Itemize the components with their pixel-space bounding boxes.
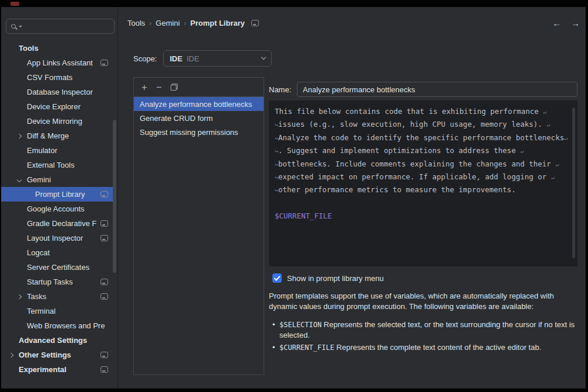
sidebar-item-logcat[interactable]: Logcat (1, 245, 113, 260)
variable-item: $CURRENT_FILE Represents the complete te… (271, 342, 580, 353)
sidebar-item-csv-formats[interactable]: CSV Formats (1, 70, 113, 85)
sidebar-item-label: Logcat (27, 248, 50, 257)
chevron-right-icon[interactable] (17, 294, 22, 299)
sidebar-item-device-explorer[interactable]: Device Explorer (1, 99, 113, 114)
sidebar-item-app-links-assistant[interactable]: App Links Assistant (1, 55, 113, 70)
scope-value: IDE (170, 54, 182, 63)
name-input[interactable] (297, 82, 577, 97)
editor-text: other performance metrics to measure the… (278, 185, 516, 194)
window-control[interactable] (11, 2, 19, 6)
sidebar-item-other-settings[interactable]: Other Settings (1, 348, 113, 362)
prompt-list: Analyze performance bottlenecksGenerate … (134, 97, 264, 139)
breadcrumb-tools[interactable]: Tools (127, 19, 145, 27)
sidebar-item-layout-inspector[interactable]: Layout Inspector (1, 231, 113, 245)
scope-hint: IDE (186, 54, 199, 63)
sidebar-item-tools[interactable]: Tools (1, 41, 113, 55)
show-in-menu-row: Show in prompt library menu (272, 273, 383, 283)
sidebar-item-label: Experimental (19, 365, 67, 374)
sidebar-item-database-inspector[interactable]: Database Inspector (1, 85, 113, 99)
soft-wrap-icon: ↵ (564, 135, 568, 141)
editor-line (275, 199, 572, 211)
sidebar-item-label: External Tools (27, 161, 74, 169)
variable-name: $SELECTION (279, 321, 321, 329)
forward-button[interactable]: → (571, 19, 580, 27)
settings-window: ToolsApp Links AssistantCSV FormatsDatab… (1, 7, 586, 388)
ide-config-icon (101, 352, 108, 358)
sidebar-item-label: Layout Inspector (27, 234, 83, 242)
chevron-right-icon[interactable] (17, 133, 22, 138)
sidebar-item-gradle-declarative-f[interactable]: Gradle Declarative F (1, 216, 113, 231)
prompt-text-editor[interactable]: This file below contains code that is ex… (269, 100, 577, 266)
sidebar-item-label: Startup Tasks (27, 277, 73, 286)
sidebar-item-google-accounts[interactable]: Google Accounts (1, 202, 113, 216)
scope-label: Scope: (133, 54, 157, 63)
soft-wrap-icon: ↵ (520, 148, 524, 154)
editor-line: $CURRENT_FILE (275, 211, 572, 224)
sidebar-item-diff-merge[interactable]: Diff & Merge (1, 129, 113, 143)
sidebar-item-label: Tasks (27, 292, 46, 301)
show-in-menu-label: Show in prompt library menu (287, 274, 383, 283)
soft-wrap-icon: ↵ (555, 161, 559, 168)
duplicate-button[interactable] (171, 84, 178, 91)
show-in-menu-checkbox[interactable] (272, 273, 282, 283)
sidebar-item-emulator[interactable]: Emulator (1, 143, 113, 158)
prompt-item-suggest-missing-permissions[interactable]: Suggest missing permissions (134, 125, 264, 139)
editor-line: ↪expected impact on performance. If appl… (275, 172, 572, 185)
sidebar-item-device-mirroring[interactable]: Device Mirroring (1, 114, 113, 129)
editor-text: This file below contains code that is ex… (275, 107, 543, 116)
sidebar-scrollbar-thumb[interactable] (113, 120, 116, 273)
sidebar-item-startup-tasks[interactable]: Startup Tasks (1, 275, 113, 289)
prompt-item-analyze-performance-bottlenecks[interactable]: Analyze performance bottlenecks (134, 97, 264, 111)
editor-text: expected impact on performance. If appli… (278, 172, 551, 181)
chevron-right-icon[interactable] (9, 352, 13, 357)
ide-config-icon (101, 293, 108, 300)
settings-content: Tools›Gemini›Prompt Library ← → Scope: I… (118, 7, 586, 388)
ide-config-icon (101, 60, 108, 66)
ide-config-icon (101, 220, 108, 227)
breadcrumb-prompt-library[interactable]: Prompt Library (191, 19, 245, 27)
remove-button[interactable]: − (156, 82, 162, 92)
editor-text: issues (e.g., slow execution, high CPU u… (278, 120, 547, 129)
settings-search[interactable] (6, 19, 115, 34)
editor-line: This file below contains code that is ex… (275, 107, 572, 120)
sidebar-item-terminal[interactable]: Terminal (1, 304, 113, 318)
sidebar-item-prompt-library[interactable]: Prompt Library (1, 187, 113, 202)
chevron-down-icon[interactable] (17, 177, 22, 182)
sidebar-item-label: Device Mirroring (27, 117, 82, 126)
settings-search-input[interactable] (25, 22, 109, 32)
sidebar-item-label: App Links Assistant (27, 58, 93, 67)
prompt-item-generate-crud-form[interactable]: Generate CRUD form (134, 111, 264, 125)
sidebar-item-label: Diff & Merge (27, 131, 69, 140)
editor-scrollbar-thumb[interactable] (572, 107, 575, 258)
sidebar-item-external-tools[interactable]: External Tools (1, 158, 113, 172)
sidebar-item-experimental[interactable]: Experimental (1, 362, 113, 377)
sidebar-item-tasks[interactable]: Tasks (1, 289, 113, 304)
scope-row: Scope: IDE IDE (133, 50, 272, 67)
sidebar-item-advanced-settings[interactable]: Advanced Settings (1, 333, 113, 348)
sidebar-item-web-browsers-and-pre[interactable]: Web Browsers and Pre (1, 318, 113, 333)
sidebar-item-gemini[interactable]: Gemini (1, 172, 113, 187)
scope-dropdown[interactable]: IDE IDE (163, 50, 272, 67)
ide-config-icon (101, 191, 108, 197)
editor-line: ↪other performance metrics to measure th… (275, 185, 572, 198)
search-history-chevron-icon[interactable] (19, 26, 22, 27)
prompt-list-toolbar: + − (134, 78, 264, 97)
variables-description: Prompt templates support the use of vari… (269, 291, 580, 311)
editor-lines: This file below contains code that is ex… (275, 107, 572, 225)
editor-text (275, 199, 279, 207)
titlebar (0, 0, 588, 7)
history-nav: ← → (552, 19, 580, 27)
editor-line: ↪bottlenecks. Include comments explainin… (275, 159, 572, 172)
editor-text: Analyze the code to identify the specifi… (278, 133, 564, 142)
sidebar-item-label: Gemini (27, 175, 51, 184)
name-label: Name: (269, 85, 292, 94)
breadcrumb-items: Tools›Gemini›Prompt Library (127, 19, 245, 27)
breadcrumb-gemini[interactable]: Gemini (155, 19, 179, 27)
breadcrumb: Tools›Gemini›Prompt Library ← → (127, 19, 580, 27)
breadcrumb-separator-icon: › (149, 19, 151, 27)
editor-text: $CURRENT_FILE (275, 211, 332, 220)
sidebar-item-server-certificates[interactable]: Server Certificates (1, 260, 113, 275)
add-button[interactable]: + (141, 82, 147, 92)
search-icon (11, 24, 16, 29)
back-button[interactable]: ← (552, 19, 561, 27)
